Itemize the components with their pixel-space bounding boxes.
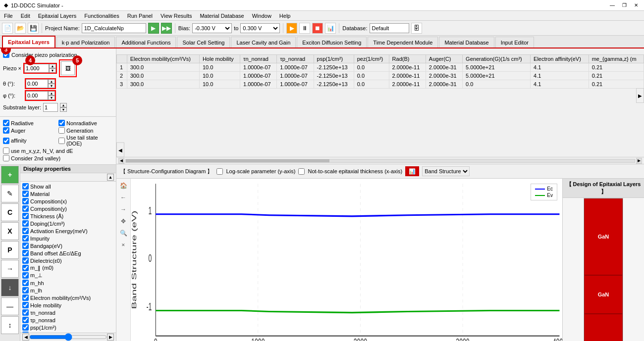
prop-cb-12[interactable] [22, 272, 29, 279]
table-area[interactable]: ◀ Electron mobility(cm²/Vs)Hole mobility… [116, 49, 644, 157]
tab-3[interactable]: Solar Cell Setting [177, 37, 230, 48]
generation-cb[interactable] [58, 127, 65, 134]
tab-0[interactable]: Epitaxial Layers [2, 36, 55, 48]
prop-cb-16[interactable] [22, 302, 29, 308]
log-scale-cb[interactable] [216, 168, 223, 175]
play-button[interactable]: ▶ [286, 23, 297, 34]
substrate-input[interactable] [43, 103, 58, 112]
menu-item-view-results[interactable]: View Results [157, 12, 196, 20]
menu-item-file[interactable]: File [0, 12, 17, 20]
open-button[interactable]: 📂 [15, 23, 26, 34]
menu-item-material-database[interactable]: Material Database [196, 12, 248, 20]
project-name-input[interactable] [82, 23, 146, 33]
prop-cb-17[interactable] [22, 309, 29, 316]
prop-cb-10[interactable] [22, 257, 29, 264]
save-button[interactable]: 💾 [28, 23, 39, 34]
tail-state-cb[interactable] [58, 138, 65, 144]
minimize-button[interactable]: — [608, 1, 616, 9]
run-all-button[interactable]: ▶▶ [161, 23, 172, 34]
flip-icon[interactable]: ↕ [1, 316, 19, 334]
menu-item-epitaxial-layers[interactable]: Epitaxial Layers [34, 12, 81, 20]
tab-2[interactable]: Additional Functions [116, 37, 176, 48]
substrate-up[interactable]: ▲ [60, 103, 67, 107]
close-button[interactable]: ✕ [632, 1, 640, 9]
table-row[interactable]: 2300.010.01.0000e-071.0000e-07-2.1250e+1… [117, 72, 644, 80]
display-scroll-left[interactable]: ◀ [22, 334, 29, 341]
display-scroll-up[interactable]: ▲ [107, 174, 114, 181]
prop-cb-4[interactable] [22, 213, 29, 219]
prop-cb-9[interactable] [22, 250, 29, 256]
edit-icon[interactable]: ✎ [1, 185, 19, 202]
prop-cb-15[interactable] [22, 294, 29, 301]
bias-from-select[interactable]: -0.300 V [192, 23, 232, 33]
delete-icon[interactable]: X [1, 222, 19, 240]
new-button[interactable]: 📄 [2, 23, 13, 34]
minus-icon[interactable]: — [1, 297, 19, 315]
layer-image-button[interactable]: 🖼 [61, 61, 75, 75]
diagram-chart-button[interactable]: 📊 [405, 166, 419, 176]
arrow-right-icon[interactable]: → [1, 260, 19, 278]
chart-pan-btn[interactable]: ✥ [118, 216, 128, 226]
prop-cb-7[interactable] [22, 235, 29, 242]
menu-item-functionalities[interactable]: Functionalities [80, 12, 123, 20]
auger-cb[interactable] [3, 127, 9, 134]
menu-item-run-panel[interactable]: Run Panel [123, 12, 157, 20]
tab-1[interactable]: k·p and Polarization [56, 37, 115, 48]
chart-back-btn[interactable]: ← [118, 193, 128, 202]
chart-home-btn[interactable]: 🏠 [118, 181, 128, 191]
chart-button[interactable]: 📊 [325, 23, 336, 34]
prop-cb-11[interactable] [22, 265, 29, 271]
prop-cb-2[interactable] [22, 198, 29, 204]
prop-cb-13[interactable] [22, 280, 29, 286]
stop-button[interactable]: ⏹ [312, 23, 323, 34]
prop-cb-18[interactable] [22, 317, 29, 323]
table-row[interactable]: 1300.010.01.0000e-071.0000e-07-2.1250e+1… [117, 63, 644, 72]
display-props-list[interactable]: Show allMaterialComposition(x)Compositio… [20, 182, 116, 333]
menu-item-window[interactable]: Window [248, 12, 275, 20]
table-hscroll-right[interactable]: ▶ [636, 158, 642, 164]
table-hscroll-left[interactable]: ◀ [118, 158, 124, 164]
phi-input[interactable] [26, 91, 48, 100]
menu-item-edit[interactable]: Edit [17, 12, 34, 20]
run-button[interactable]: ▶ [148, 23, 159, 34]
consider-2nd-valley-cb[interactable] [3, 155, 9, 161]
table-scroll-right[interactable]: ▶ [636, 88, 644, 103]
theta-input[interactable] [26, 79, 48, 88]
piezo-value-input[interactable] [24, 64, 49, 73]
chart-extra-btn[interactable]: ✕ [118, 240, 128, 250]
copy-icon[interactable]: C [1, 203, 19, 221]
tab-8[interactable]: Input Editor [495, 37, 534, 48]
nonradiative-cb[interactable] [58, 120, 65, 126]
prop-cb-5[interactable] [22, 220, 29, 227]
prop-cb-0[interactable] [22, 183, 29, 190]
tab-7[interactable]: Material Database [439, 37, 494, 48]
prop-cb-6[interactable] [22, 228, 29, 234]
chart-zoom-btn[interactable]: 🔍 [118, 228, 128, 238]
database-input[interactable] [370, 23, 409, 33]
table-hscrollbar[interactable] [125, 159, 635, 163]
paste-icon[interactable]: P [1, 241, 19, 259]
add-icon[interactable]: + [1, 166, 19, 184]
diagram-dropdown[interactable]: Band Structure [422, 166, 470, 176]
prop-cb-3[interactable] [22, 205, 29, 212]
prop-cb-1[interactable] [22, 191, 29, 197]
bias-to-select[interactable]: 0.300 V [240, 23, 280, 33]
menu-item-help[interactable]: Help [275, 12, 295, 20]
chart-forward-btn[interactable]: → [118, 204, 128, 214]
prop-cb-19[interactable] [22, 324, 29, 331]
radiative-cb[interactable] [3, 120, 9, 126]
not-to-scale-cb[interactable] [298, 168, 305, 175]
arrow-down-icon[interactable]: ↓ [1, 279, 19, 296]
display-hscroll[interactable] [29, 335, 107, 339]
table-scroll-left[interactable]: ◀ [116, 143, 124, 157]
tab-4[interactable]: Laser Cavity and Gain [231, 37, 296, 48]
display-scroll-right[interactable]: ▶ [107, 334, 114, 341]
pause-button[interactable]: ⏸ [299, 23, 310, 34]
restore-button[interactable]: ❐ [620, 1, 628, 9]
use-mxyz-cb[interactable] [3, 147, 9, 154]
piezo-spinner[interactable]: ▲ ▼ [49, 64, 56, 73]
tab-6[interactable]: Time Dependent Module [368, 37, 438, 48]
database-browse-button[interactable]: 🗄 [411, 23, 422, 34]
prop-cb-8[interactable] [22, 243, 29, 249]
affinity-cb[interactable] [3, 138, 9, 144]
